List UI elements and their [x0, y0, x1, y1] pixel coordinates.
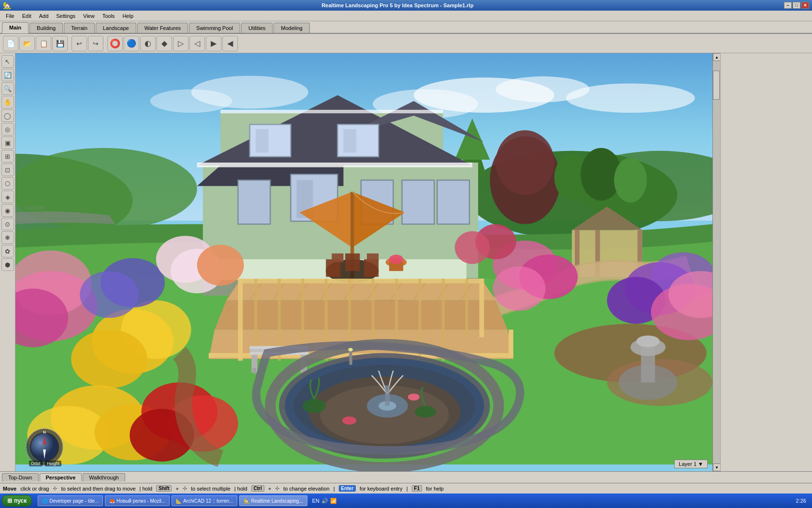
- svg-point-114: [342, 417, 356, 425]
- tool-dot[interactable]: ⊡: [1, 164, 14, 176]
- tab-bar: Main Building Terrain Landscape Water Fe…: [0, 21, 812, 34]
- svg-point-122: [51, 385, 145, 449]
- tab-landscape[interactable]: Landscape: [96, 23, 136, 33]
- svg-rect-111: [385, 385, 390, 405]
- svg-point-118: [15, 289, 68, 347]
- menu-help[interactable]: Help: [118, 12, 137, 20]
- tool-circle[interactable]: ⭕: [107, 36, 123, 51]
- tool-paint[interactable]: ◯: [1, 109, 14, 122]
- redo-button[interactable]: ↪: [88, 36, 103, 51]
- tool-hex2[interactable]: ⬢: [1, 258, 14, 271]
- svg-rect-84: [278, 279, 281, 361]
- taskbar-item-realtime[interactable]: 🏡 Realtime Landscaping...: [239, 495, 307, 506]
- scroll-track[interactable]: [713, 61, 720, 463]
- svg-point-144: [348, 348, 353, 351]
- tool-arrow-right[interactable]: ▷: [173, 36, 188, 51]
- svg-point-139: [651, 284, 712, 340]
- tool-target[interactable]: ◉: [1, 204, 14, 217]
- svg-line-75: [437, 283, 449, 300]
- svg-rect-18: [638, 230, 642, 277]
- start-label: пуск: [14, 497, 27, 504]
- scroll-down-arrow[interactable]: ▼: [713, 463, 721, 471]
- svg-point-104: [270, 344, 499, 467]
- svg-point-125: [142, 382, 218, 441]
- taskbar-item-browser1[interactable]: 🌐 Developer page - Ide...: [38, 495, 103, 506]
- svg-rect-19: [595, 230, 600, 277]
- svg-rect-93: [349, 356, 379, 363]
- tab-water-features[interactable]: Water Features: [137, 23, 188, 33]
- tool-arrow-r2[interactable]: ▶: [206, 36, 221, 51]
- status-plus1: +: [175, 486, 178, 492]
- tool-star[interactable]: ❋: [1, 231, 14, 244]
- tool-diamond[interactable]: ◆: [157, 36, 172, 51]
- status-plus2: +: [268, 486, 271, 492]
- viewport[interactable]: Sample N: [15, 53, 712, 471]
- tool-select[interactable]: ↖: [1, 55, 14, 68]
- svg-point-142: [455, 231, 490, 264]
- close-button[interactable]: ✕: [801, 2, 809, 9]
- start-button[interactable]: ⊞ пуск: [2, 495, 32, 507]
- tab-utilities[interactable]: Utilities: [241, 23, 273, 33]
- open-button[interactable]: 📂: [19, 36, 35, 51]
- svg-point-115: [408, 393, 420, 401]
- layer-indicator[interactable]: Layer 1 ▼: [674, 460, 708, 468]
- status-pipe: |: [334, 486, 335, 492]
- taskbar-item-archicad[interactable]: 📐 ArchiCAD 12 :: torren...: [172, 495, 237, 506]
- tool-fill[interactable]: ◎: [1, 123, 14, 135]
- tool-arrow-l2[interactable]: ◀: [222, 36, 238, 51]
- tab-topdown[interactable]: Top-Down: [2, 473, 39, 481]
- tab-walkthrough[interactable]: Walkthrough: [83, 473, 125, 481]
- tool-arrow-left[interactable]: ◁: [189, 36, 205, 51]
- svg-point-59: [386, 257, 407, 267]
- tool-orbit[interactable]: 🔄: [1, 69, 14, 81]
- status-hold2: | hold: [234, 486, 247, 492]
- menu-settings[interactable]: Settings: [52, 12, 79, 20]
- maximize-button[interactable]: □: [793, 2, 800, 9]
- title-icon: 🏡: [3, 1, 11, 9]
- menu-add[interactable]: Add: [35, 12, 53, 20]
- tab-main[interactable]: Main: [2, 22, 29, 33]
- new-button[interactable]: 📄: [3, 36, 18, 51]
- taskbar-item-firefox[interactable]: 🦊 Новый релиз - Mozil...: [105, 495, 170, 506]
- taskbar: ⊞ пуск 🌐 Developer page - Ide... 🦊 Новый…: [0, 493, 812, 508]
- menu-view[interactable]: View: [79, 12, 99, 20]
- svg-point-106: [294, 365, 476, 447]
- tab-swimming-pool[interactable]: Swimming Pool: [189, 23, 240, 33]
- tool-pan[interactable]: ✋: [1, 96, 14, 108]
- undo-button[interactable]: ↩: [72, 36, 87, 51]
- minimize-button[interactable]: –: [784, 2, 792, 9]
- tab-perspective[interactable]: Perspective: [40, 473, 82, 481]
- save-button[interactable]: 💾: [52, 36, 68, 51]
- tool-half-circle[interactable]: ◐: [140, 36, 156, 51]
- tool-grid[interactable]: ⊞: [1, 150, 14, 163]
- tab-modeling[interactable]: Modeling: [274, 23, 310, 33]
- svg-point-128: [101, 258, 165, 308]
- tab-terrain[interactable]: Terrain: [64, 23, 95, 33]
- tool-flower[interactable]: ✿: [1, 245, 14, 257]
- tool-filled-circle[interactable]: 🔵: [124, 36, 139, 51]
- tool-diamond2[interactable]: ◈: [1, 191, 14, 203]
- svg-rect-88: [372, 279, 375, 361]
- scroll-thumb[interactable]: [713, 71, 720, 100]
- tool-zoom[interactable]: 🔍: [1, 82, 14, 95]
- svg-rect-83: [254, 279, 257, 361]
- svg-point-113: [415, 406, 436, 418]
- status-bar: Move click or drag ⊹ to select and then …: [0, 483, 812, 493]
- compass[interactable]: N Orbit Height: [25, 428, 64, 466]
- tab-building[interactable]: Building: [29, 23, 63, 33]
- vertical-scrollbar[interactable]: ▲ ▼: [712, 53, 720, 471]
- svg-point-133: [493, 240, 557, 290]
- tool-hex[interactable]: ⬡: [1, 177, 14, 190]
- svg-text:N: N: [43, 430, 46, 434]
- tool-rect[interactable]: ▣: [1, 136, 14, 149]
- svg-rect-57: [347, 292, 358, 299]
- recent-button[interactable]: 📋: [36, 36, 51, 51]
- svg-rect-98: [251, 355, 257, 372]
- sky: [15, 53, 712, 221]
- taskbar-icon-1: 🌐: [42, 498, 48, 504]
- scroll-up-arrow[interactable]: ▲: [713, 53, 721, 61]
- menu-file[interactable]: File: [2, 12, 18, 20]
- menu-edit[interactable]: Edit: [18, 12, 35, 20]
- tool-sun[interactable]: ⊙: [1, 218, 14, 230]
- menu-tools[interactable]: Tools: [99, 12, 119, 20]
